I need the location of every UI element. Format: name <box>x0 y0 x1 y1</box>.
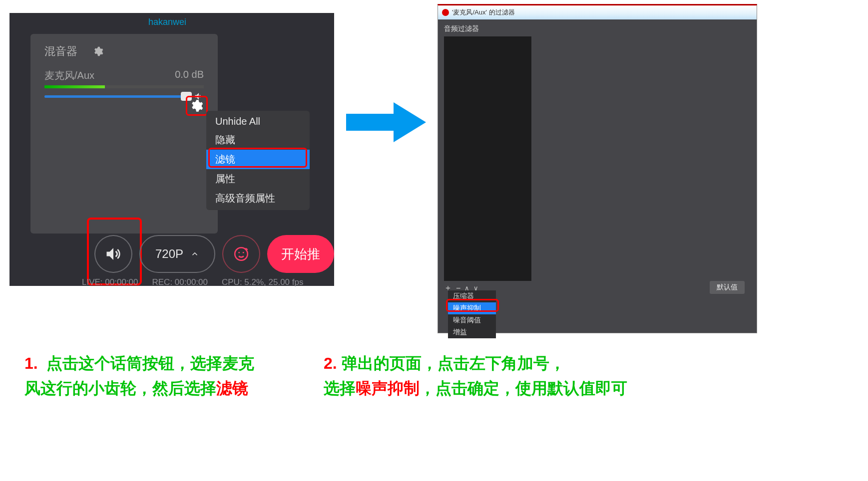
start-push-label: 开始推 <box>281 245 320 263</box>
caption-2-line-b1: 选择 <box>324 379 356 397</box>
caption-1-line-a: 点击这个话筒按钮，选择麦克 <box>46 354 254 372</box>
dialog-title: '麦克风/Aux' 的过滤器 <box>452 8 515 17</box>
status-cpu: CPU: 5.2%, 25.00 fps <box>222 277 303 287</box>
defaults-button-label: 默认值 <box>717 283 738 292</box>
status-bar: LIVE: 00:00:00 REC: 00:00:00 CPU: 5.2%, … <box>82 277 303 287</box>
add-filter-gain[interactable]: 增益 <box>448 326 496 338</box>
filters-dialog: '麦克风/Aux' 的过滤器 音频过滤器 ＋ − ∧ ∨ 默认值 压缩器 噪声抑… <box>437 4 757 333</box>
caption-2-num: 2. <box>324 354 337 372</box>
caption-1-red: 滤镜 <box>216 379 248 397</box>
watermark-text: hakanwei <box>148 17 186 27</box>
ctx-filters-highlight <box>208 148 307 168</box>
audio-filters-label: 音频过滤器 <box>444 24 479 33</box>
ctx-adv-audio[interactable]: 高级音频属性 <box>206 189 310 208</box>
audio-source-db: 0.0 dB <box>175 69 204 82</box>
ctx-hide[interactable]: 隐藏 <box>206 130 310 150</box>
svg-point-0 <box>235 247 248 260</box>
dialog-titlebar: '麦克风/Aux' 的过滤器 <box>438 5 757 19</box>
svg-point-2 <box>243 252 244 253</box>
face-round-button[interactable] <box>222 235 260 273</box>
mixer-title: 混音器 <box>44 44 77 59</box>
noise-suppression-highlight <box>446 299 499 312</box>
source-gear-icon[interactable] <box>189 99 203 113</box>
caption-2-line-a: 弹出的页面，点击左下角加号， <box>342 354 565 372</box>
start-push-button[interactable]: 开始推 <box>267 235 334 273</box>
volume-slider[interactable] <box>44 95 189 98</box>
status-rec: REC: 00:00:00 <box>152 277 208 287</box>
audio-filters-list[interactable] <box>444 36 531 281</box>
add-filter-noise-gate[interactable]: 噪音阈值 <box>448 314 496 326</box>
audio-source-label: 麦克风/Aux <box>44 69 94 82</box>
resolution-button[interactable]: 720P <box>139 235 215 273</box>
caption-step-2: 2. 弹出的页面，点击左下角加号， 选择噪声抑制，点击确定，使用默认值即可 <box>324 351 753 401</box>
gear-icon[interactable] <box>92 46 103 57</box>
arrow-icon <box>346 100 426 145</box>
caption-step-1: 1. 点击这个话筒按钮，选择麦克 风这行的小齿轮，然后选择滤镜 <box>24 351 284 401</box>
resolution-label: 720P <box>155 247 183 261</box>
caption-2-red: 噪声抑制 <box>356 379 420 397</box>
mixer-panel: hakanwei 混音器 麦克风/Aux 0.0 dB Unhide All <box>9 13 334 286</box>
vu-meter <box>44 85 204 88</box>
caption-1-line-b: 风这行的小齿轮，然后选择 <box>24 379 216 397</box>
defaults-button[interactable]: 默认值 <box>710 281 745 294</box>
mixer-card: 混音器 麦克风/Aux 0.0 dB <box>30 34 218 234</box>
add-filter-menu: 压缩器 噪声抑制 噪音阈值 增益 <box>448 290 496 338</box>
caption-2-line-b2: ，点击确定，使用默认值即可 <box>420 379 627 397</box>
ctx-unhide-all[interactable]: Unhide All <box>206 113 310 130</box>
caption-1-num: 1. <box>24 354 38 372</box>
app-dot-icon <box>442 9 449 16</box>
ctx-properties[interactable]: 属性 <box>206 169 310 189</box>
status-live: LIVE: 00:00:00 <box>82 277 138 287</box>
chevron-up-icon <box>190 249 199 258</box>
bottom-toolbar: 720P 开始推 <box>79 235 334 273</box>
speaker-round-button[interactable] <box>94 235 132 273</box>
svg-point-1 <box>238 252 240 253</box>
